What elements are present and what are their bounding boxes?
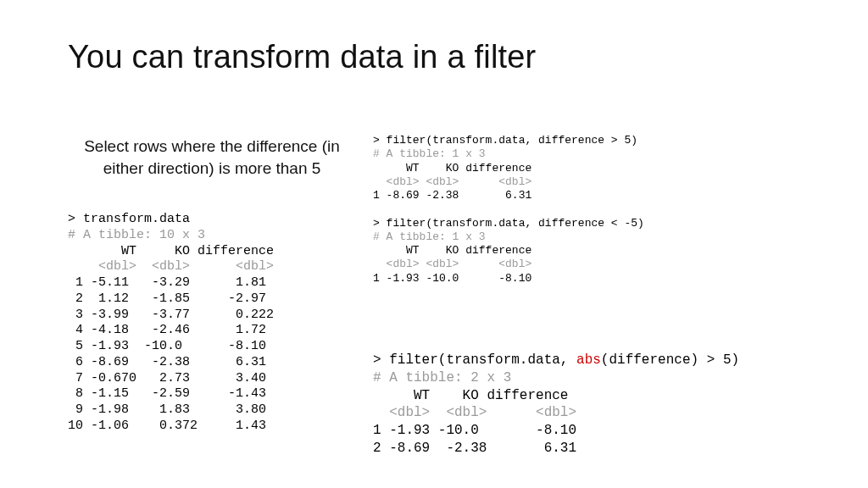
code-transform-data: > transform.data # A tibble: 10 x 3 WT K… [68, 212, 274, 435]
r-prompt-line: > transform.data [68, 212, 190, 226]
tibble-info: # A tibble: 2 x 3 [373, 370, 511, 385]
table-row: 6 -8.69 -2.38 6.31 [68, 355, 274, 369]
table-header: WT KO difference [373, 244, 531, 257]
tibble-info: # A tibble: 10 x 3 [68, 228, 205, 242]
table-row: 2 -8.69 -2.38 6.31 [373, 441, 576, 456]
r-prompt-line: > filter(transform.data, difference < -5… [373, 217, 644, 230]
table-header: WT KO difference [68, 244, 274, 258]
r-prompt-line: > filter(transform.data, abs(difference)… [373, 352, 739, 368]
abs-highlight: abs [576, 352, 601, 368]
table-row: 3 -3.99 -3.77 0.222 [68, 308, 274, 322]
table-row: 7 -0.670 2.73 3.40 [68, 371, 274, 385]
table-header: WT KO difference [373, 162, 531, 175]
table-row: 9 -1.98 1.83 3.80 [68, 402, 274, 417]
code-filter-examples: > filter(transform.data, difference > 5)… [373, 134, 644, 286]
subtitle: Select rows where the difference (in eit… [68, 136, 356, 179]
page-title: You can transform data in a filter [68, 39, 536, 75]
table-row: 5 -1.93 -10.0 -8.10 [68, 339, 274, 353]
column-types: <dbl> <dbl> <dbl> [373, 405, 576, 420]
table-row: 4 -4.18 -2.46 1.72 [68, 323, 274, 337]
tibble-info: # A tibble: 1 x 3 [373, 230, 486, 243]
table-row: 1 -1.93 -10.0 -8.10 [373, 423, 576, 438]
table-row: 10 -1.06 0.372 1.43 [68, 419, 274, 433]
r-prompt-line: > filter(transform.data, difference > 5) [373, 134, 637, 147]
table-row: 1 -5.11 -3.29 1.81 [68, 275, 274, 290]
slide: You can transform data in a filter Selec… [0, 0, 868, 488]
table-row: 1 -8.69 -2.38 6.31 [373, 189, 531, 202]
column-types: <dbl> <dbl> <dbl> [373, 258, 531, 270]
column-types: <dbl> <dbl> <dbl> [373, 175, 531, 188]
table-row: 1 -1.93 -10.0 -8.10 [373, 272, 531, 285]
tibble-info: # A tibble: 1 x 3 [373, 147, 486, 160]
table-row: 2 1.12 -1.85 -2.97 [68, 291, 274, 306]
column-types: <dbl> <dbl> <dbl> [68, 259, 274, 274]
table-header: WT KO difference [373, 388, 568, 403]
table-row: 8 -1.15 -2.59 -1.43 [68, 386, 274, 401]
code-filter-abs: > filter(transform.data, abs(difference)… [373, 352, 739, 458]
